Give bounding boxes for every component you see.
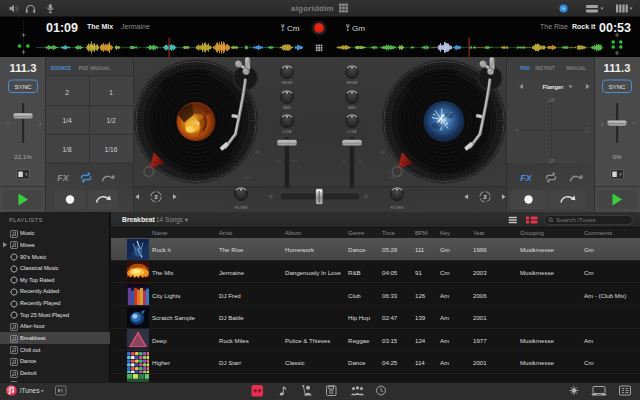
svg-text:Flanger: Flanger	[543, 84, 565, 90]
svg-text:1/4: 1/4	[62, 117, 71, 124]
svg-text:FX: FX	[57, 173, 69, 183]
svg-text:♪: ♪	[38, 120, 41, 127]
svg-text:Search iTunes: Search iTunes	[556, 216, 596, 223]
svg-text:111.3: 111.3	[604, 62, 631, 74]
svg-text:2: 2	[483, 194, 486, 200]
svg-text:0%: 0%	[613, 153, 622, 160]
svg-text:UP: UP	[548, 98, 554, 103]
svg-text:HIGH: HIGH	[282, 80, 292, 85]
svg-text:MANUAL: MANUAL	[90, 66, 110, 71]
svg-text:HIGH: HIGH	[347, 80, 357, 85]
svg-text:1: 1	[109, 89, 113, 96]
svg-text:INSTANT: INSTANT	[535, 66, 555, 71]
svg-text:MID: MID	[283, 105, 291, 110]
svg-text:MID: MID	[348, 105, 356, 110]
svg-text:LOW: LOW	[347, 129, 357, 134]
svg-text:LOW: LOW	[282, 129, 292, 134]
svg-text:1/8: 1/8	[62, 146, 71, 153]
svg-text:PAD: PAD	[79, 66, 89, 71]
svg-text:22.1%: 22.1%	[14, 153, 32, 160]
svg-text:SYNC: SYNC	[608, 83, 626, 90]
svg-text:2: 2	[65, 89, 69, 96]
svg-text:2: 2	[154, 194, 157, 200]
svg-text:iTunes: iTunes	[20, 387, 40, 394]
svg-text:FILTER: FILTER	[390, 205, 403, 210]
svg-text:111.3: 111.3	[10, 62, 37, 74]
svg-text:FX: FX	[520, 173, 532, 183]
svg-text:PAD: PAD	[520, 66, 530, 71]
svg-text:1/16: 1/16	[105, 146, 118, 153]
svg-text:1/2: 1/2	[106, 117, 115, 124]
svg-text:BOUNCE: BOUNCE	[51, 66, 71, 71]
svg-text:MANUAL: MANUAL	[566, 66, 586, 71]
svg-text:SYNC: SYNC	[14, 83, 32, 90]
svg-text:LP: LP	[549, 159, 555, 164]
svg-text:♪: ♪	[600, 120, 603, 127]
svg-text:FILTER: FILTER	[234, 205, 247, 210]
